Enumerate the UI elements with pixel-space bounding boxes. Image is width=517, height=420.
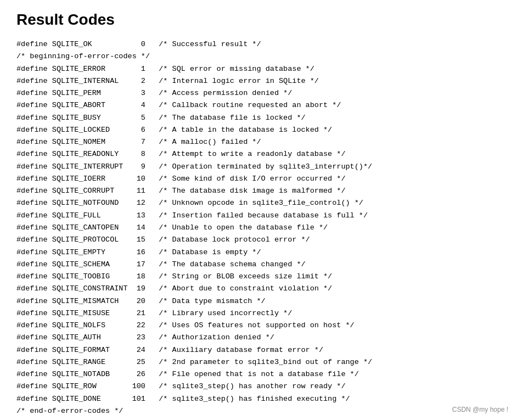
code-block: #define SQLITE_OK 0 /* Successful result… (16, 38, 501, 417)
watermark: CSDN @my hope ! (452, 406, 508, 413)
page-title: Result Codes (16, 11, 501, 29)
